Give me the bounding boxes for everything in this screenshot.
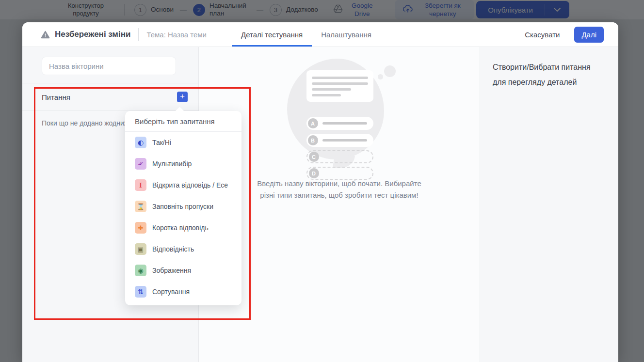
camera-icon: ◉ (135, 265, 146, 276)
quiz-name-input[interactable] (42, 57, 176, 75)
bubble-dot-large (384, 65, 396, 77)
questions-header-row: Питання + (22, 83, 198, 110)
questions-header: Питання (42, 93, 70, 101)
bubble-dot-small (378, 74, 383, 79)
option-c-placeholder: C (306, 150, 373, 163)
sort-icon: ⇅ (135, 286, 146, 298)
question-card-placeholder (306, 70, 373, 102)
cancel-button[interactable]: Скасувати (525, 31, 560, 39)
question-type-multiple-choice[interactable]: ✓✓ Мультивибір (125, 153, 242, 174)
question-type-matching[interactable]: ▣ Відповідність (125, 238, 242, 260)
yes-no-icon: ◐ (135, 137, 146, 148)
header-divider (138, 28, 139, 41)
question-type-yes-no[interactable]: ◐ Так/Ні (125, 132, 242, 153)
plus-icon: + (180, 92, 185, 101)
question-type-dropdown: Виберіть тип запитання ◐ Так/Ні ✓✓ Мульт… (125, 111, 242, 305)
header-actions: Скасувати Далі (525, 27, 604, 43)
question-type-short-answer[interactable]: ✚ Коротка відповідь (125, 217, 242, 238)
option-c-badge: C (309, 152, 319, 162)
short-answer-icon: ✚ (135, 222, 146, 234)
modal-tabs: Деталі тестування Налаштування (232, 22, 381, 47)
quiz-builder-modal: Незбережені зміни Тема: Назва теми Детал… (22, 22, 618, 362)
option-a-badge: A (308, 118, 318, 128)
quiz-name-field-wrap (22, 57, 198, 75)
empty-state-hint: Введіть назву вікторини, щоб почати. Виб… (257, 178, 421, 201)
option-d-placeholder: D (306, 167, 373, 180)
unsaved-changes-title: Незбережені зміни (55, 30, 130, 39)
dropdown-title: Виберіть тип запитання (125, 111, 242, 132)
option-d-badge: D (309, 168, 319, 178)
modal-body: Питання + Поки що не додано жодних (22, 47, 618, 362)
modal-header: Незбережені зміни Тема: Назва теми Детал… (22, 22, 618, 47)
option-b-badge: B (308, 135, 318, 145)
question-type-sorting[interactable]: ⇅ Сортування (125, 281, 242, 302)
hourglass-icon: ⌛ (135, 201, 146, 212)
details-panel-hint: Створити/Вибрати питання для перегляду д… (493, 60, 606, 90)
question-type-open-answer-essay[interactable]: I Відкрита відповідь / Есе (125, 174, 242, 196)
multiple-choice-icon: ✓✓ (135, 158, 146, 170)
add-question-button[interactable]: + (177, 92, 188, 102)
topic-subtitle: Тема: Назва теми (146, 31, 207, 39)
quiz-illustration: A B C D (281, 55, 398, 170)
next-button[interactable]: Далі (574, 27, 604, 43)
option-a-placeholder: A (306, 117, 373, 130)
warning-icon (41, 31, 50, 39)
matching-icon: ▣ (135, 243, 146, 255)
tab-settings[interactable]: Налаштування (312, 22, 381, 47)
question-type-fill-blanks[interactable]: ⌛ Заповніть пропуски (125, 196, 242, 217)
question-type-image[interactable]: ◉ Зображення (125, 260, 242, 281)
details-panel: Створити/Вибрати питання для перегляду д… (480, 47, 618, 362)
essay-icon: I (135, 179, 146, 191)
tab-test-details[interactable]: Деталі тестування (232, 22, 312, 47)
hint-line-2: різні типи запитань, щоб зробити тест ці… (257, 189, 421, 201)
option-b-placeholder: B (306, 134, 373, 147)
